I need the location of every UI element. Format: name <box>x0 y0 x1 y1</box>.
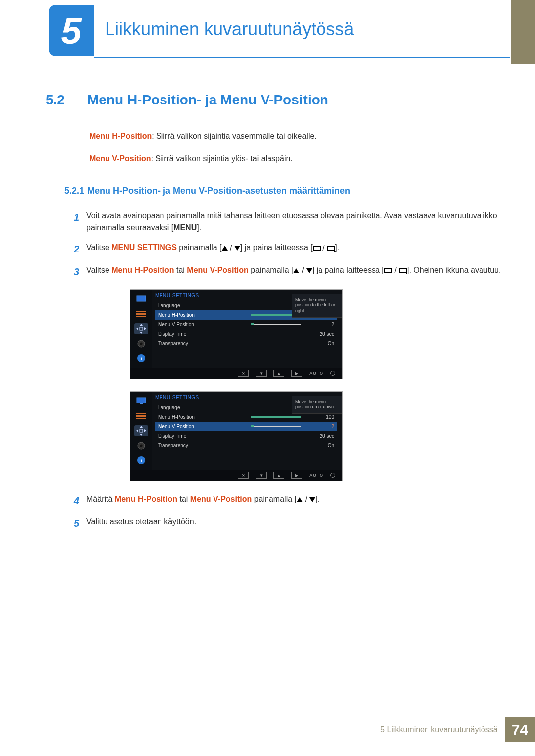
osd-sidebar: i <box>130 290 152 368</box>
subsection-number: 5.2.1 <box>46 186 87 196</box>
svg-point-11 <box>140 342 143 345</box>
list-icon <box>134 410 148 421</box>
slider-icon <box>251 426 301 427</box>
osd-sidebar: i <box>130 392 152 470</box>
osd-row-displaytime: Display Time20 sec <box>155 431 337 441</box>
svg-marker-22 <box>144 429 146 432</box>
subsection-heading: 5.2.1Menu H-Position- ja Menu V-Position… <box>46 186 505 196</box>
svg-rect-16 <box>136 413 146 414</box>
close-icon: ✕ <box>238 370 249 377</box>
osd-tooltip: Move the menu position to the left or ri… <box>292 294 342 318</box>
step-number: 1 <box>63 210 86 234</box>
svg-marker-20 <box>140 434 143 436</box>
desc-h-text: : Siirrä valikon sijaintia vasemmalle ta… <box>152 132 317 140</box>
osd-footer: ✕ ▼ ▲ ▶ AUTO <box>130 470 342 481</box>
osd-menu-vposition: i MENU SETTINGS LanguageEnglish Menu H-P… <box>130 391 343 481</box>
info-icon: i <box>134 353 148 364</box>
svg-text:i: i <box>140 355 142 361</box>
osd-row-vposition: Menu V-Position2 <box>155 320 337 329</box>
step-number: 2 <box>63 242 86 256</box>
power-icon <box>330 473 335 478</box>
svg-marker-6 <box>140 332 143 334</box>
step-body: Valitse Menu H-Position tai Menu V-Posit… <box>86 264 505 279</box>
slider-icon <box>251 324 301 325</box>
header-band <box>511 0 535 64</box>
up-down-icon: / <box>297 494 315 505</box>
list-icon <box>134 308 148 319</box>
chapter-number: 5 <box>61 10 81 52</box>
step-body: Voit avata avainopaan painamalla mitä ta… <box>86 210 505 234</box>
osd-row-transparency: TransparencyOn <box>155 441 337 450</box>
svg-rect-4 <box>136 316 146 317</box>
monitor-icon <box>134 396 148 406</box>
chapter-tab: 5 <box>49 5 94 56</box>
down-icon: ▼ <box>256 370 267 377</box>
svg-rect-23 <box>140 429 143 432</box>
svg-marker-7 <box>136 327 138 330</box>
svg-rect-15 <box>140 403 143 404</box>
osd-row-vposition-selected: Menu V-Position2 <box>155 422 337 431</box>
osd-tooltip: Move the menu position up or down. <box>292 396 342 414</box>
step-number: 4 <box>63 493 86 508</box>
svg-marker-5 <box>140 324 143 326</box>
info-icon: i <box>134 455 148 466</box>
step-1: 1 Voit avata avainopaan painamalla mitä … <box>63 210 505 234</box>
power-icon <box>330 371 335 376</box>
osd-row-displaytime: Display Time20 sec <box>155 329 337 339</box>
desc-h-label: Menu H-Position <box>89 132 152 140</box>
section-title: Menu H-Position- ja Menu V-Position <box>87 92 328 107</box>
header-divider <box>94 57 510 58</box>
osd-menu-hposition: i MENU SETTINGS LanguageEnglish Menu H-P… <box>130 289 343 379</box>
svg-rect-2 <box>136 311 146 312</box>
move-icon <box>134 425 148 436</box>
auto-label: AUTO <box>309 371 323 376</box>
step-number: 5 <box>63 516 86 531</box>
svg-rect-18 <box>136 418 146 419</box>
monitor-icon <box>134 294 148 304</box>
enter-icon: / <box>313 242 335 254</box>
enter-icon: / <box>384 265 407 277</box>
svg-rect-1 <box>140 302 143 302</box>
up-down-icon: / <box>222 242 240 254</box>
section-number: 5.2 <box>46 92 87 108</box>
step-5: 5 Valittu asetus otetaan käyttöön. <box>63 516 505 531</box>
svg-marker-19 <box>140 426 143 428</box>
right-icon: ▶ <box>291 472 302 479</box>
gear-icon <box>134 440 148 451</box>
chapter-title: Liikkuminen kuvaruutunäytössä <box>105 19 354 40</box>
svg-point-25 <box>140 444 143 447</box>
page-number: 74 <box>505 717 535 742</box>
step-4: 4 Määritä Menu H-Position tai Menu V-Pos… <box>63 493 505 508</box>
svg-rect-9 <box>140 327 143 330</box>
osd-footer: ✕ ▼ ▲ ▶ AUTO <box>130 368 342 379</box>
desc-v-text: : Siirrä valikon sijaintia ylös- tai ala… <box>151 154 292 163</box>
up-down-icon: / <box>293 265 312 277</box>
desc-v-position: Menu V-Position: Siirrä valikon sijainti… <box>89 153 505 164</box>
desc-h-position: Menu H-Position: Siirrä valikon sijainti… <box>89 131 505 142</box>
page-footer: 5 Liikkuminen kuvaruutunäytössä 74 <box>380 717 535 742</box>
up-icon: ▲ <box>273 472 284 479</box>
svg-rect-17 <box>136 415 146 417</box>
svg-marker-21 <box>136 429 138 432</box>
footer-text: 5 Liikkuminen kuvaruutunäytössä <box>380 725 498 734</box>
menu-label: MENU <box>173 223 197 232</box>
gear-icon <box>134 338 148 349</box>
svg-rect-14 <box>137 398 146 403</box>
step-body: Valitse MENU SETTINGS painamalla [ / ] j… <box>86 242 505 256</box>
step-body: Määritä Menu H-Position tai Menu V-Posit… <box>86 493 505 508</box>
right-icon: ▶ <box>291 370 302 377</box>
step-2: 2 Valitse MENU SETTINGS painamalla [ / ]… <box>63 242 505 256</box>
down-icon: ▼ <box>256 472 267 479</box>
section-heading: 5.2Menu H-Position- ja Menu V-Position <box>46 92 505 108</box>
auto-label: AUTO <box>309 473 323 478</box>
slider-icon <box>251 416 301 417</box>
step-body: Valittu asetus otetaan käyttöön. <box>86 516 505 531</box>
subsection-title: Menu H-Position- ja Menu V-Position-aset… <box>87 186 350 196</box>
desc-v-label: Menu V-Position <box>89 154 151 163</box>
osd-row-transparency: TransparencyOn <box>155 339 337 348</box>
close-icon: ✕ <box>238 472 249 479</box>
move-icon <box>134 323 148 334</box>
step-number: 3 <box>63 264 86 279</box>
step-3: 3 Valitse Menu H-Position tai Menu V-Pos… <box>63 264 505 279</box>
up-icon: ▲ <box>273 370 284 377</box>
